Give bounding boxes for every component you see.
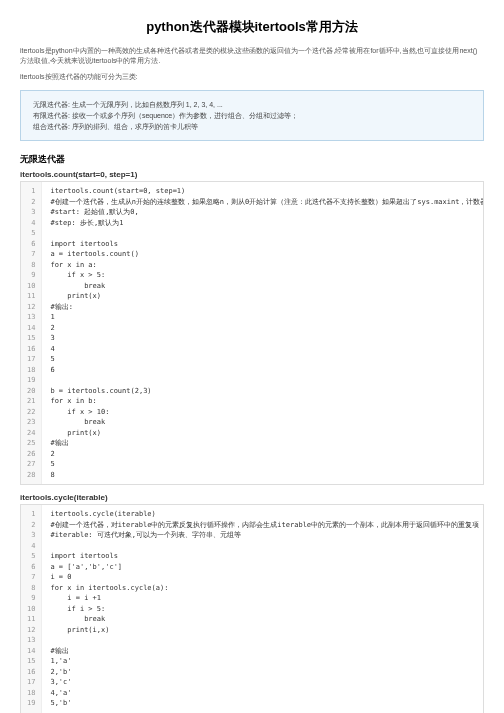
code-block-cycle: 1 2 3 4 5 6 7 8 9 10 11 12 13 14 15 16 1… [20, 504, 484, 713]
sub-intro-text: itertools按照迭代器的功能可分为三类: [20, 72, 484, 82]
info-line: 有限迭代器: 接收一个或多个序列（sequence）作为参数，进行组合、分组和过… [33, 110, 471, 121]
code-content: itertools.count(start=0, step=1) #创建一个迭代… [42, 182, 483, 484]
intro-text: itertools是python中内置的一种高效的生成各种迭代器或者是类的模块,… [20, 46, 484, 66]
line-numbers: 1 2 3 4 5 6 7 8 9 10 11 12 13 14 15 16 1… [21, 505, 42, 713]
info-line: 组合迭代器: 序列的排列、组合，求序列的笛卡儿积等 [33, 121, 471, 132]
info-line: 无限迭代器: 生成一个无限序列，比如自然数序列 1, 2, 3, 4, ... [33, 99, 471, 110]
section-cycle-sub: itertools.cycle(iterable) [20, 493, 484, 502]
section-count-sub: itertools.count(start=0, step=1) [20, 170, 484, 179]
category-info-box: 无限迭代器: 生成一个无限序列，比如自然数序列 1, 2, 3, 4, ... … [20, 90, 484, 142]
page-title: python迭代器模块itertools常用方法 [20, 18, 484, 36]
line-numbers: 1 2 3 4 5 6 7 8 9 10 11 12 13 14 15 16 1… [21, 182, 42, 484]
code-content: itertools.cycle(iterable) #创建一个迭代器，对iter… [42, 505, 483, 713]
code-block-count: 1 2 3 4 5 6 7 8 9 10 11 12 13 14 15 16 1… [20, 181, 484, 485]
section-infinite-title: 无限迭代器 [20, 153, 484, 166]
